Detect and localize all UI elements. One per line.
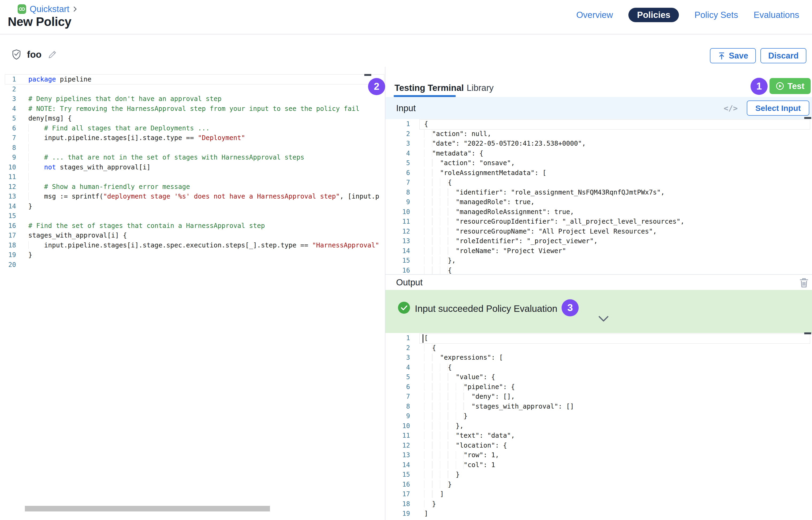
line-number: 1 — [385, 119, 410, 129]
code-text: # NOTE: Try removing the HarnessApproval… — [28, 105, 359, 112]
input-json-editor[interactable]: 1{2 "action": null,3 "date": "2022-05-05… — [385, 119, 685, 275]
code-line: 16 } — [385, 480, 574, 490]
line-number: 4 — [0, 104, 16, 114]
code-line: 1{ — [385, 119, 685, 129]
tab-library[interactable]: Library — [467, 83, 494, 93]
code-line: 16 { — [385, 266, 685, 276]
code-text: msg := sprintf("deployment stage '%s' do… — [28, 192, 379, 200]
code-text: "managedRoleAssignment": true, — [424, 208, 574, 216]
clear-output-button[interactable] — [798, 277, 809, 289]
code-text: ] — [424, 510, 428, 517]
code-line: 13 msg := sprintf("deployment stage '%s'… — [0, 191, 379, 202]
code-text: "expressions": [ — [424, 354, 503, 361]
line-number: 8 — [385, 188, 410, 198]
code-line: 6 "pipeline": { — [385, 382, 574, 392]
code-text: { — [424, 179, 452, 186]
top-nav: Overview Policies Policy Sets Evaluation… — [576, 7, 799, 22]
line-number: 9 — [0, 153, 16, 162]
policy-name: foo — [27, 49, 42, 60]
code-brackets-icon[interactable]: </> — [724, 97, 738, 119]
code-text: "date": "2022-05-05T20:41:23.538+0000", — [424, 139, 586, 147]
code-text: "resourceGroupIdentifier": "_all_project… — [424, 217, 685, 225]
line-number: 6 — [0, 124, 16, 133]
line-number: 12 — [385, 441, 410, 450]
code-line: 15 }, — [385, 256, 685, 266]
code-line: 5 "action": "onsave", — [385, 158, 685, 168]
code-line: 12 # Show a human-friendly error message — [0, 182, 379, 192]
nav-policies[interactable]: Policies — [628, 8, 679, 22]
line-number: 11 — [385, 217, 410, 227]
policy-code[interactable]: 1package pipeline23# Deny pipelines that… — [0, 75, 379, 269]
code-text: stages_with_approval[i] { — [28, 231, 127, 239]
collapse-chevron-icon[interactable] — [598, 316, 609, 322]
code-line: 4# NOTE: Try removing the HarnessApprova… — [0, 104, 379, 114]
code-line: 11 — [0, 172, 379, 182]
nav-policy-sets[interactable]: Policy Sets — [694, 10, 738, 20]
select-input-button[interactable]: Select Input — [747, 101, 809, 116]
code-line: 18 } — [385, 499, 574, 509]
line-number: 14 — [385, 246, 410, 256]
code-text: "pipeline": { — [424, 383, 515, 391]
horizontal-scrollbar[interactable] — [25, 506, 270, 512]
line-number: 10 — [0, 162, 16, 172]
line-number: 16 — [385, 266, 410, 276]
code-line: 19] — [385, 509, 574, 519]
code-line: 4 "metadata": { — [385, 149, 685, 158]
code-line: 6 "roleAssignmentMetadata": [ — [385, 168, 685, 178]
breadcrumb[interactable]: Quickstart — [18, 4, 77, 14]
scrollbar-indicator[interactable] — [364, 74, 371, 76]
save-button[interactable]: Save — [710, 48, 756, 63]
line-number: 5 — [0, 113, 16, 124]
code-line: 15 } — [385, 470, 574, 480]
line-number: 2 — [385, 343, 410, 353]
code-line: 9 # ... that are not in the set of stage… — [0, 153, 379, 162]
code-line: 6 # Find all stages that are Deployments… — [0, 124, 379, 133]
line-number: 16 — [0, 221, 16, 231]
input-scrollbar-indicator[interactable] — [804, 117, 811, 119]
code-line: 3 "expressions": [ — [385, 353, 574, 363]
play-icon — [776, 82, 784, 90]
line-number: 8 — [0, 143, 16, 153]
output-json-editor[interactable]: 1[2 {3 "expressions": [4 {5 "value": {6 … — [385, 333, 574, 519]
trash-icon — [799, 277, 809, 288]
code-line: 8 — [0, 143, 379, 153]
breadcrumb-link-quickstart[interactable]: Quickstart — [30, 4, 70, 14]
active-tab-underline — [394, 95, 456, 97]
output-title: Output — [396, 275, 423, 290]
line-number: 13 — [385, 236, 410, 246]
code-text: not stages_with_approval[i] — [28, 163, 151, 171]
code-text: input.pipeline.stages[i].stage.type == "… — [28, 134, 245, 141]
code-text: "row": 1, — [424, 451, 499, 459]
line-number: 15 — [0, 211, 16, 221]
line-number: 9 — [385, 411, 410, 421]
line-number: 7 — [385, 392, 410, 401]
code-text: # Find all stages that are Deployments .… — [28, 124, 210, 132]
nav-overview[interactable]: Overview — [576, 10, 613, 20]
code-text: } — [28, 202, 32, 210]
code-text: # ... that are not in the set of stages … — [28, 153, 304, 161]
harness-policy-page: Quickstart New Policy Overview Policies … — [0, 0, 812, 520]
line-number: 6 — [385, 382, 410, 392]
line-number: 17 — [385, 489, 410, 499]
line-number: 7 — [385, 178, 410, 188]
code-text: "value": { — [424, 373, 495, 381]
test-button[interactable]: Test — [769, 78, 811, 94]
code-text — [28, 173, 44, 181]
line-number: 19 — [385, 509, 410, 519]
nav-evaluations[interactable]: Evaluations — [754, 10, 799, 20]
code-text: [ — [424, 334, 428, 342]
line-number: 10 — [385, 421, 410, 431]
code-line: 3 "date": "2022-05-05T20:41:23.538+0000"… — [385, 139, 685, 149]
header-divider — [0, 34, 812, 34]
line-number: 1 — [385, 333, 410, 343]
discard-button[interactable]: Discard — [760, 48, 806, 63]
edit-pencil-icon[interactable] — [47, 49, 57, 59]
code-text: "roleAssignmentMetadata": [ — [424, 169, 546, 177]
line-number: 13 — [0, 191, 16, 202]
testing-panel: Testing Terminal Library 2 1 Test Input … — [385, 67, 812, 520]
code-text: "stages_with_approval": [] — [424, 402, 574, 410]
code-line: 10 }, — [385, 421, 574, 431]
policy-code-editor[interactable]: 1package pipeline23# Deny pipelines that… — [0, 67, 385, 520]
output-scrollbar-indicator[interactable] — [804, 332, 811, 334]
tab-testing-terminal[interactable]: Testing Terminal — [395, 83, 464, 93]
